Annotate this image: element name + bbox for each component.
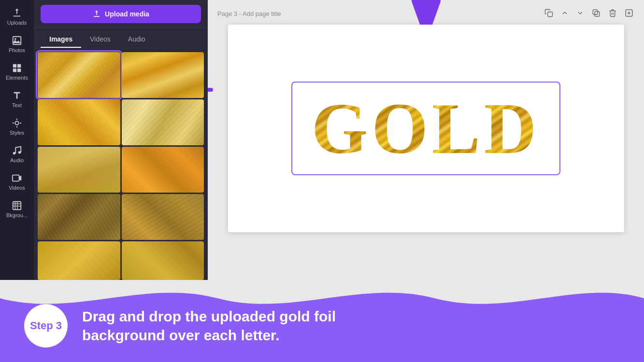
sidebar-item-text[interactable]: Text bbox=[2, 86, 32, 112]
svg-rect-16 bbox=[595, 12, 600, 16]
copy-page-button[interactable] bbox=[544, 8, 554, 20]
image-cell-10[interactable] bbox=[122, 241, 204, 280]
sidebar-label-styles: Styles bbox=[10, 130, 24, 136]
sidebar-item-photos[interactable]: Photos bbox=[2, 31, 32, 57]
gold-text-element[interactable]: GOLD bbox=[291, 82, 561, 175]
sidebar-label-audio: Audio bbox=[10, 157, 24, 163]
bottom-section: Step 3 Drag and drop the uploaded gold f… bbox=[0, 280, 644, 362]
tab-videos[interactable]: Videos bbox=[81, 31, 119, 48]
chevron-down-icon bbox=[576, 9, 584, 17]
svg-rect-4 bbox=[13, 69, 16, 72]
copy-icon bbox=[544, 9, 553, 17]
left-arrow-svg bbox=[208, 75, 218, 104]
photo-icon bbox=[12, 35, 22, 46]
svg-rect-2 bbox=[13, 64, 16, 68]
sidebar-label-photos: Photos bbox=[9, 47, 25, 53]
move-down-button[interactable] bbox=[575, 8, 585, 19]
gold-text-display: GOLD bbox=[312, 92, 541, 165]
svg-point-6 bbox=[15, 121, 18, 125]
sidebar-item-uploads[interactable]: Uploads bbox=[2, 4, 32, 29]
down-arrow-svg bbox=[412, 0, 441, 25]
step-description-text: Drag and drop the uploaded gold foilback… bbox=[82, 308, 336, 343]
panel-header: Upload media bbox=[34, 0, 208, 28]
add-page-button[interactable] bbox=[624, 8, 634, 20]
svg-rect-9 bbox=[13, 175, 19, 181]
chevron-up-icon bbox=[561, 9, 569, 17]
svg-rect-10 bbox=[13, 202, 21, 210]
svg-rect-3 bbox=[17, 64, 21, 68]
background-icon bbox=[12, 200, 22, 211]
step-content: Step 3 Drag and drop the uploaded gold f… bbox=[0, 294, 360, 362]
canvas-page: GOLD bbox=[228, 25, 624, 232]
upload-media-button[interactable]: Upload media bbox=[41, 5, 201, 23]
svg-rect-5 bbox=[17, 69, 21, 72]
sidebar-label-background: Bkgrou... bbox=[6, 212, 28, 218]
sidebar-item-videos[interactable]: Videos bbox=[2, 169, 32, 195]
videos-icon bbox=[12, 173, 22, 183]
sidebar: Uploads Photos Elements bbox=[0, 0, 34, 280]
duplicate-button[interactable] bbox=[591, 8, 601, 20]
move-up-button[interactable] bbox=[560, 8, 570, 19]
step-description: Drag and drop the uploaded gold foilback… bbox=[82, 307, 336, 345]
elements-icon bbox=[12, 63, 22, 73]
arrow-left-annotation bbox=[208, 75, 218, 104]
add-icon bbox=[625, 9, 633, 17]
svg-point-8 bbox=[18, 151, 21, 154]
canvas-area: Page 3 - Add page title bbox=[208, 0, 644, 280]
step-badge: Step 3 bbox=[24, 304, 68, 348]
image-cell-8[interactable] bbox=[122, 194, 204, 240]
media-panel: Upload media Images Videos Audio bbox=[34, 0, 208, 280]
image-cell-6[interactable] bbox=[122, 147, 204, 193]
panel-tabs: Images Videos Audio bbox=[34, 28, 208, 48]
image-cell-3[interactable] bbox=[38, 99, 120, 145]
svg-point-1 bbox=[14, 38, 16, 40]
sidebar-label-uploads: Uploads bbox=[7, 20, 27, 26]
duplicate-icon bbox=[592, 9, 601, 17]
tab-audio[interactable]: Audio bbox=[119, 31, 154, 48]
sidebar-item-background[interactable]: Bkgrou... bbox=[2, 196, 32, 222]
arrow-down-annotation bbox=[412, 0, 441, 25]
sidebar-label-text: Text bbox=[12, 102, 22, 108]
upload-btn-icon bbox=[92, 10, 101, 18]
trash-icon bbox=[608, 9, 617, 17]
image-cell-7[interactable] bbox=[38, 194, 120, 240]
audio-icon bbox=[12, 145, 22, 156]
sidebar-item-elements[interactable]: Elements bbox=[2, 59, 32, 84]
image-cell-2[interactable] bbox=[122, 52, 204, 98]
tab-images[interactable]: Images bbox=[41, 31, 81, 48]
image-cell-1[interactable] bbox=[38, 52, 120, 98]
step-number: Step 3 bbox=[30, 320, 62, 332]
image-cell-4[interactable] bbox=[122, 99, 204, 145]
upload-media-label: Upload media bbox=[105, 10, 149, 18]
page-title: Page 3 - Add page title bbox=[217, 10, 281, 17]
page-actions bbox=[544, 8, 634, 20]
sidebar-label-videos: Videos bbox=[9, 185, 25, 191]
svg-rect-15 bbox=[548, 12, 553, 17]
sidebar-item-styles[interactable]: Styles bbox=[2, 114, 32, 139]
svg-rect-17 bbox=[593, 10, 598, 14]
app-container: Uploads Photos Elements bbox=[0, 0, 644, 280]
image-cell-9[interactable] bbox=[38, 241, 120, 280]
image-cell-5[interactable] bbox=[38, 147, 120, 193]
sidebar-label-elements: Elements bbox=[6, 75, 28, 81]
image-grid bbox=[34, 48, 208, 280]
text-icon bbox=[12, 90, 22, 101]
upload-icon bbox=[12, 8, 22, 18]
sidebar-item-audio[interactable]: Audio bbox=[2, 141, 32, 167]
svg-rect-0 bbox=[13, 37, 21, 45]
delete-button[interactable] bbox=[607, 8, 618, 20]
styles-icon bbox=[12, 118, 22, 128]
svg-point-7 bbox=[13, 152, 16, 155]
